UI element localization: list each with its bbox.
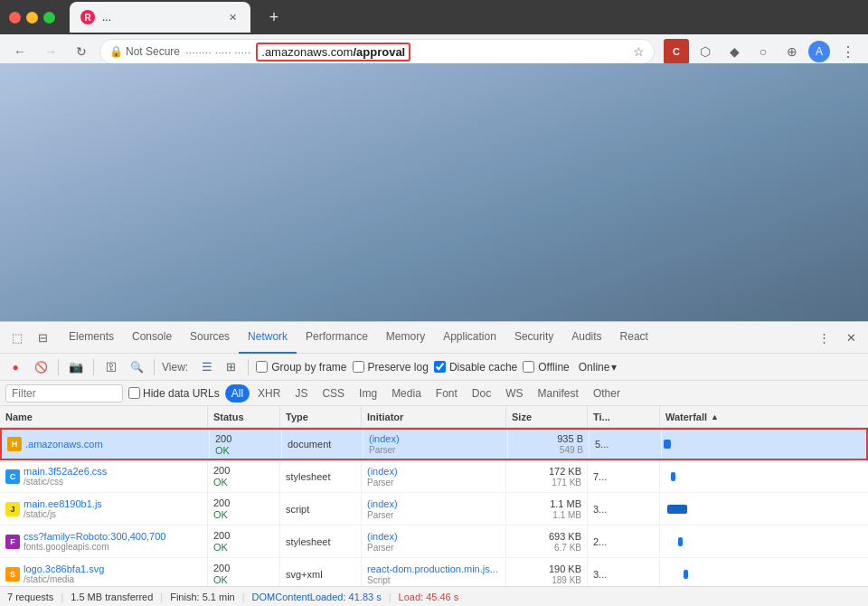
finish-time: Finish: 5.1 min [170,592,235,602]
tab-title: ... [102,11,218,24]
tab-console[interactable]: Console [123,322,181,354]
camera-button[interactable]: 📷 [66,357,86,377]
filter-tab-media[interactable]: Media [385,384,428,402]
network-requests-table: Name Status Type Initiator Size Ti... Wa… [0,406,868,586]
devtools-more-button[interactable]: ⋮ [812,326,835,349]
reload-button[interactable]: ↻ [69,39,94,64]
filter-tab-ws[interactable]: WS [499,384,529,402]
offline-checkbox[interactable]: Offline [523,361,569,374]
td-type-2: script [280,493,362,525]
td-status-4: 200 OK [208,558,280,586]
filter-tab-css[interactable]: CSS [316,384,351,402]
view-grid-button[interactable]: ⊞ [221,357,241,377]
devtools-tools: ⋮ ✕ [812,326,863,349]
chrome-menu-button[interactable]: ⋮ [835,39,861,64]
disable-cache-input[interactable] [434,361,446,373]
th-time[interactable]: Ti... [588,406,660,427]
tab-security[interactable]: Security [505,322,562,354]
minimize-traffic-light[interactable] [26,12,38,24]
view-list-button[interactable]: ☰ [197,357,217,377]
tab-react[interactable]: React [611,322,657,354]
ext-icon-4[interactable]: ○ [750,39,776,64]
tab-performance[interactable]: Performance [297,322,377,354]
new-tab-button[interactable]: + [261,5,287,30]
filter-tab-font[interactable]: Font [429,384,464,402]
filter-input[interactable] [5,384,123,402]
td-time-4: 3... [588,558,660,586]
tab-audits[interactable]: Audits [562,322,610,354]
waterfall-bar-4 [684,570,688,579]
ext-icon-1[interactable]: C [664,39,689,64]
url-path-highlight: .amazonaws.com/approval [256,45,410,59]
tab-application[interactable]: Application [434,322,505,354]
group-by-frame-input[interactable] [256,361,268,373]
td-name-1: C main.3f52a2e6.css /static/css [0,460,208,492]
record-button[interactable]: ● [5,357,25,377]
filter-tab-js[interactable]: JS [288,384,314,402]
devtools-device-button[interactable]: ⊟ [31,326,54,349]
table-row[interactable]: F css?family=Roboto:300,400,700 fonts.go… [0,526,868,558]
td-type-0: document [282,430,363,459]
clear-button[interactable]: 🚫 [31,357,51,377]
th-waterfall[interactable]: Waterfall ▲ [660,406,868,427]
td-type-3: stylesheet [280,526,362,557]
devtools-close-button[interactable]: ✕ [839,326,863,349]
tab-elements[interactable]: Elements [60,322,123,354]
table-row[interactable]: J main.ee8190b1.js /static/js 200 OK scr… [0,493,868,526]
search-button[interactable]: 🔍 [127,357,146,377]
back-button[interactable]: ← [7,39,33,64]
filter-tab-all[interactable]: All [225,384,250,402]
th-size[interactable]: Size [506,406,588,427]
th-type[interactable]: Type [280,406,362,427]
tab-sources[interactable]: Sources [181,322,239,354]
active-tab[interactable]: R ... ✕ [70,2,250,33]
td-size-2: 1.1 MB 1.1 MB [506,493,588,525]
tab-network[interactable]: Network [239,322,297,354]
ext-icon-2[interactable]: ⬡ [693,39,718,64]
th-status[interactable]: Status [208,406,280,427]
table-row[interactable]: C main.3f52a2e6.css /static/css 200 OK s… [0,460,868,493]
devtools-inspect-button[interactable]: ⬚ [5,326,29,349]
th-initiator[interactable]: Initiator [362,406,506,427]
table-row[interactable]: S logo.3c86bfa1.svg /static/media 200 OK… [0,558,868,586]
preserve-log-checkbox[interactable]: Preserve log [353,361,429,374]
th-name[interactable]: Name [0,406,208,427]
td-time-1: 7... [588,460,660,492]
tab-close-button[interactable]: ✕ [225,10,240,24]
requests-count: 7 requests [7,592,53,602]
filter-tab-other[interactable]: Other [587,384,627,402]
ext-icon-5[interactable]: ⊕ [779,39,805,64]
td-waterfall-0 [662,430,866,459]
forward-button[interactable]: → [38,39,63,64]
transferred-size: 1.5 MB transferred [71,592,153,602]
filter-tab-img[interactable]: Img [353,384,383,402]
hide-data-urls-checkbox[interactable]: Hide data URLs [128,387,220,400]
network-action-bar: ● 🚫 📷 ⚿ 🔍 View: ☰ ⊞ Group by frame Prese… [0,354,868,381]
filter-tab-manifest[interactable]: Manifest [532,384,585,402]
waterfall-bar-0 [664,440,671,449]
view-options: ☰ ⊞ [197,357,241,377]
disable-cache-checkbox[interactable]: Disable cache [434,361,517,374]
throttle-select[interactable]: Online ▾ [579,361,618,374]
bookmark-icon[interactable]: ☆ [633,44,645,59]
maximize-traffic-light[interactable] [43,12,55,24]
table-row[interactable]: H .amazonaws.com 200 OK document (index)… [0,428,868,460]
ext-icon-3[interactable]: ◆ [722,39,747,64]
filter-tab-xhr[interactable]: XHR [251,384,287,402]
lock-icon: 🔒 [109,45,123,58]
ext-icon-6[interactable]: A [808,41,830,62]
close-traffic-light[interactable] [9,12,21,24]
address-bar[interactable]: 🔒 Not Secure ········ ····· ····· .amazo… [99,39,655,64]
hide-data-urls-input[interactable] [128,387,140,399]
offline-input[interactable] [523,361,534,373]
group-by-frame-checkbox[interactable]: Group by frame [256,361,346,374]
filter-button[interactable]: ⚿ [101,357,121,377]
action-separator-4 [248,359,249,375]
preserve-log-input[interactable] [353,361,364,373]
page-content-area [0,63,868,321]
td-size-4: 190 KB 189 KB [506,558,588,586]
tab-memory[interactable]: Memory [377,322,434,354]
td-size-3: 693 KB 6.7 KB [506,526,588,557]
td-status-0: 200 OK [210,430,282,459]
filter-tab-doc[interactable]: Doc [466,384,497,402]
